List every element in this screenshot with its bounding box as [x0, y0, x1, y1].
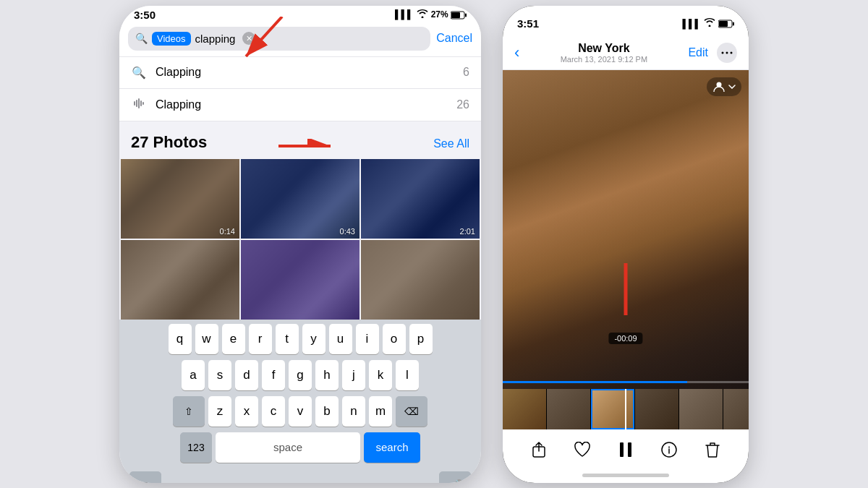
- film-thumb-5[interactable]: [679, 389, 723, 429]
- svg-rect-13: [719, 21, 728, 27]
- trash-button[interactable]: [699, 437, 726, 463]
- svg-rect-5: [134, 101, 135, 106]
- key-j[interactable]: j: [342, 360, 365, 390]
- photos-section: 27 Photos See All: [119, 121, 481, 320]
- film-thumb-6[interactable]: [723, 389, 749, 429]
- film-thumb-4[interactable]: [635, 389, 678, 429]
- video-progress-track[interactable]: [503, 381, 749, 383]
- battery-icon: 27%: [431, 9, 467, 20]
- key-w[interactable]: w: [195, 324, 218, 354]
- time-tooltip: -00:09: [608, 333, 642, 344]
- search-suggest-icon: 🔍: [131, 66, 147, 80]
- key-delete[interactable]: ⌫: [396, 396, 427, 427]
- key-z[interactable]: z: [208, 396, 231, 427]
- heart-button[interactable]: [569, 437, 595, 463]
- scrubber-line: [625, 389, 626, 429]
- edit-button[interactable]: Edit: [688, 46, 708, 59]
- photo-row-2: [121, 240, 480, 320]
- suggestion-item-2[interactable]: Clapping 26: [119, 89, 481, 121]
- key-a[interactable]: a: [182, 360, 205, 390]
- cancel-button[interactable]: Cancel: [436, 32, 472, 45]
- key-u[interactable]: u: [329, 324, 352, 354]
- status-bar-right: 3:51 ▌▌▌: [503, 6, 749, 38]
- key-f[interactable]: f: [262, 360, 285, 390]
- see-all-button[interactable]: See All: [433, 137, 469, 150]
- keyboard-bottom-bar: ☺ 🎤: [122, 468, 478, 483]
- key-space[interactable]: space: [216, 432, 360, 463]
- key-v[interactable]: v: [289, 396, 312, 427]
- photo-row-1: 0:14 0:43 2:01: [121, 159, 480, 239]
- key-o[interactable]: o: [383, 324, 406, 354]
- key-d[interactable]: d: [235, 360, 258, 390]
- key-x[interactable]: x: [235, 396, 258, 427]
- film-thumb-3[interactable]: [591, 389, 634, 429]
- pause-button[interactable]: [613, 437, 639, 463]
- svg-point-17: [731, 51, 733, 53]
- keyboard: q w e r t y u i o p a s d f g h j k: [119, 320, 481, 483]
- nav-subtitle: March 13, 2021 9:12 PM: [561, 55, 647, 64]
- share-button[interactable]: [526, 437, 552, 463]
- svg-rect-2: [465, 13, 467, 17]
- home-indicator: [503, 468, 749, 483]
- photo-grid: 0:14 0:43 2:01: [119, 159, 481, 320]
- info-button[interactable]: [656, 437, 682, 463]
- svg-rect-9: [142, 102, 144, 105]
- key-s[interactable]: s: [208, 360, 231, 390]
- battery-icon-right: [718, 19, 734, 29]
- search-query-text: clapping: [195, 33, 236, 45]
- key-k[interactable]: k: [369, 360, 392, 390]
- key-p[interactable]: p: [409, 324, 433, 354]
- wifi-icon-right: [704, 18, 715, 29]
- more-button[interactable]: [717, 43, 737, 63]
- film-thumb-2[interactable]: [547, 389, 590, 429]
- time-left: 3:50: [134, 9, 156, 21]
- key-n[interactable]: n: [342, 396, 365, 427]
- back-button[interactable]: ‹: [514, 43, 519, 62]
- mic-key[interactable]: 🎤: [439, 471, 471, 483]
- svg-point-16: [726, 51, 728, 53]
- nav-bar: ‹ New York March 13, 2021 9:12 PM Edit: [503, 38, 749, 70]
- key-row-3: ⇧ z x c v b n m ⌫: [122, 396, 478, 427]
- svg-rect-6: [136, 100, 137, 107]
- key-t[interactable]: t: [276, 324, 299, 354]
- search-button[interactable]: search: [364, 432, 420, 463]
- svg-line-4: [246, 17, 282, 56]
- filmstrip[interactable]: [503, 389, 749, 429]
- key-g[interactable]: g: [289, 360, 312, 390]
- key-i[interactable]: i: [356, 324, 379, 354]
- film-thumb-1[interactable]: [503, 389, 546, 429]
- key-h[interactable]: h: [315, 360, 339, 390]
- left-phone: 3:50 ▌▌▌ 27% 🔍 Videos clapping ✕ Cancel: [119, 6, 481, 483]
- suggestion-count-2: 26: [456, 98, 469, 111]
- photo-cell-6[interactable]: [361, 240, 480, 320]
- nav-actions: Edit: [688, 43, 737, 63]
- key-row-1: q w e r t y u i o p: [122, 324, 478, 354]
- key-e[interactable]: e: [222, 324, 245, 354]
- svg-rect-22: [620, 442, 624, 457]
- key-c[interactable]: c: [262, 396, 285, 427]
- nav-center: New York March 13, 2021 9:12 PM: [561, 42, 647, 64]
- photo-cell-5[interactable]: [241, 240, 359, 320]
- photo-cell-4[interactable]: [121, 240, 239, 320]
- key-r[interactable]: r: [249, 324, 272, 354]
- key-b[interactable]: b: [315, 396, 339, 427]
- key-y[interactable]: y: [302, 324, 326, 354]
- emoji-key[interactable]: ☺: [129, 471, 161, 483]
- suggestion-text-2: Clapping: [156, 98, 456, 111]
- svg-rect-8: [140, 100, 142, 106]
- people-filter[interactable]: [707, 77, 741, 96]
- key-l[interactable]: l: [396, 360, 419, 390]
- status-icons-right: ▌▌▌: [682, 18, 734, 29]
- photo-cell-2[interactable]: 0:43: [241, 159, 359, 239]
- photo-cell-3[interactable]: 2:01: [361, 159, 480, 239]
- photo-cell-1[interactable]: 0:14: [121, 159, 239, 239]
- key-m[interactable]: m: [369, 396, 392, 427]
- suggestion-count-1: 6: [463, 66, 469, 79]
- audio-suggest-icon: [131, 98, 147, 112]
- wifi-icon: [417, 9, 428, 20]
- main-video-frame[interactable]: -00:09: [503, 70, 749, 389]
- key-q[interactable]: q: [169, 324, 192, 354]
- video-duration-3: 2:01: [460, 227, 475, 236]
- key-shift[interactable]: ⇧: [173, 396, 205, 427]
- key-numbers[interactable]: 123: [180, 432, 212, 463]
